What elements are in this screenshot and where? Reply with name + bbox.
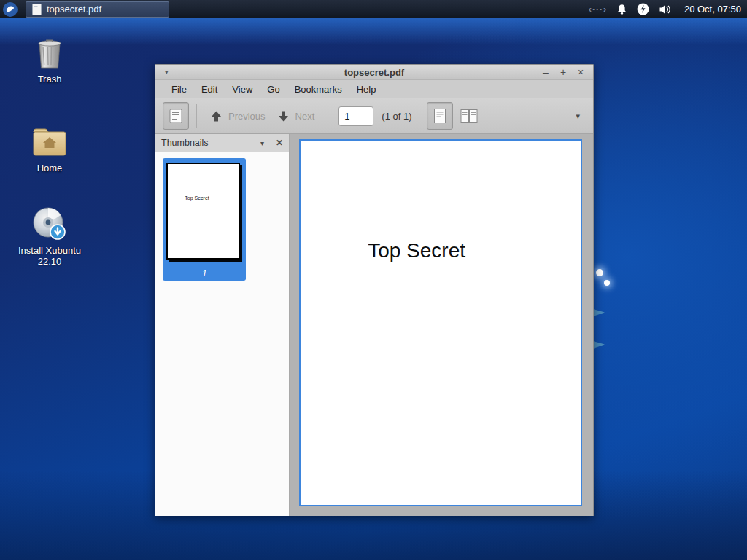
maximize-button[interactable]: + [558, 67, 568, 77]
menubar: File Edit View Go Bookmarks Help [155, 80, 593, 98]
volume-icon[interactable] [659, 4, 673, 15]
network-icon[interactable]: ‹···› [589, 4, 607, 15]
pdf-page[interactable]: Top Secret [299, 139, 582, 506]
menu-go[interactable]: Go [260, 80, 287, 98]
pdf-page-text: Top Secret [368, 239, 465, 262]
menu-view[interactable]: View [225, 80, 260, 98]
desktop-icon-install-xubuntu[interactable]: Install Xubuntu 22.10 [13, 206, 86, 267]
toolbar: Previous Next (1 of 1) [155, 98, 593, 134]
power-manager-icon[interactable] [637, 3, 649, 15]
taskbar-item-topsecret-pdf[interactable]: topsecret.pdf [26, 1, 169, 18]
wallpaper-glow-dot [604, 280, 610, 286]
system-tray: ‹···› 20 Oct, 07:50 [589, 3, 741, 15]
previous-page-label: Previous [228, 111, 266, 122]
thumbnail-text: Top Secret [185, 195, 209, 201]
thumbnails-sidebar: Thumbnails ▾ ✕ Top Secret 1 [155, 134, 290, 516]
view-mode-buttons [427, 102, 482, 130]
xubuntu-logo-icon [2, 1, 18, 18]
sidebar-toggle-button[interactable] [163, 102, 189, 130]
next-page-label: Next [295, 111, 315, 122]
desktop-icon-label: Home [13, 163, 86, 174]
pdf-viewer-window: ▾ topsecret.pdf – + × File Edit View Go … [155, 64, 594, 516]
menu-help[interactable]: Help [349, 80, 384, 98]
wallpaper-glow-dot [596, 269, 603, 276]
minimize-button[interactable]: – [541, 67, 551, 77]
sidebar-header: Thumbnails ▾ ✕ [155, 134, 289, 152]
desktop-icon-home[interactable]: Home [13, 124, 86, 174]
dual-page-view-button[interactable] [456, 102, 482, 130]
notification-bell-icon[interactable] [616, 4, 627, 15]
sidebar-close-icon[interactable]: ✕ [276, 138, 283, 148]
menu-edit[interactable]: Edit [194, 80, 225, 98]
thumbnail-page-1[interactable]: Top Secret 1 [163, 158, 246, 281]
home-folder-icon [31, 125, 68, 158]
thumbnail-list: Top Secret 1 [155, 152, 289, 516]
single-page-view-button[interactable] [427, 102, 453, 130]
page-count-label: (1 of 1) [382, 111, 411, 122]
page-number-input[interactable] [338, 106, 374, 126]
panel-clock[interactable]: 20 Oct, 07:50 [684, 4, 741, 15]
desktop-icon-trash[interactable]: Trash [13, 35, 86, 85]
close-button[interactable]: × [576, 67, 586, 77]
dual-page-icon [460, 109, 478, 123]
next-page-button[interactable]: Next [277, 110, 315, 122]
thumbnail-page-number: 1 [163, 268, 246, 279]
desktop-icon-label: Install Xubuntu 22.10 [13, 245, 86, 267]
toolbar-overflow-icon[interactable]: ▾ [576, 112, 580, 121]
menu-bookmarks[interactable]: Bookmarks [287, 80, 349, 98]
toolbar-separator [196, 104, 197, 128]
desktop-icon-label: Trash [13, 74, 86, 85]
document-icon [32, 4, 42, 15]
toolbar-separator [328, 104, 328, 128]
window-content: Thumbnails ▾ ✕ Top Secret 1 Top Secret [155, 134, 593, 516]
document-view[interactable]: Top Secret [290, 134, 593, 516]
top-panel: topsecret.pdf ‹···› 20 Oct, 07:50 [0, 0, 747, 18]
arrow-down-icon [277, 110, 290, 122]
sidebar-dropdown-icon[interactable]: ▾ [260, 139, 264, 147]
previous-page-button[interactable]: Previous [210, 110, 266, 122]
window-title: topsecret.pdf [155, 67, 593, 78]
arrow-up-icon [210, 110, 222, 122]
sidebar-title: Thumbnails [161, 138, 260, 148]
sidebar-list-icon [169, 109, 182, 123]
install-cd-icon [31, 206, 68, 241]
trash-icon [34, 36, 66, 69]
applications-menu-button[interactable] [1, 1, 19, 18]
titlebar[interactable]: ▾ topsecret.pdf – + × [155, 65, 593, 80]
window-controls: – + × [541, 67, 586, 77]
single-page-icon [433, 108, 446, 124]
thumbnail-preview: Top Secret [166, 163, 240, 260]
menu-file[interactable]: File [164, 80, 194, 98]
taskbar-item-label: topsecret.pdf [47, 4, 101, 15]
